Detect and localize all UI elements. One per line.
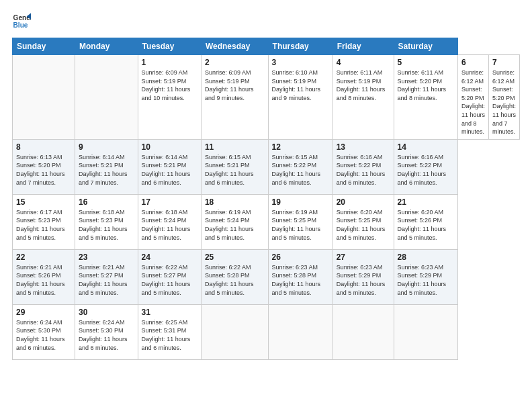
day-number: 19 <box>272 197 329 207</box>
day-number: 20 <box>337 197 390 207</box>
calendar-cell: 24Sunrise: 6:22 AMSunset: 5:27 PMDayligh… <box>138 249 201 304</box>
day-info: Sunrise: 6:22 AMSunset: 5:28 PMDaylight:… <box>205 263 265 297</box>
day-number: 21 <box>398 197 454 207</box>
day-info: Sunrise: 6:10 AMSunset: 5:19 PMDaylight:… <box>272 68 329 102</box>
day-info: Sunrise: 6:11 AMSunset: 5:19 PMDaylight:… <box>337 68 390 102</box>
day-number: 27 <box>337 253 390 262</box>
header: General Blue <box>12 12 520 31</box>
calendar-week-3: 22Sunrise: 6:21 AMSunset: 5:26 PMDayligh… <box>13 249 520 304</box>
day-number: 2 <box>205 58 265 67</box>
col-header-tuesday: Tuesday <box>138 38 201 55</box>
day-number: 3 <box>272 58 329 67</box>
col-header-friday: Friday <box>332 38 394 55</box>
calendar-cell: 29Sunrise: 6:24 AMSunset: 5:30 PMDayligh… <box>13 304 75 359</box>
calendar-cell <box>75 55 138 140</box>
calendar-cell: 2Sunrise: 6:09 AMSunset: 5:19 PMDaylight… <box>201 55 268 140</box>
calendar-cell: 8Sunrise: 6:13 AMSunset: 5:20 PMDaylight… <box>13 139 75 194</box>
day-number: 4 <box>337 58 390 67</box>
day-number: 29 <box>16 308 71 317</box>
day-number: 28 <box>398 253 454 262</box>
calendar-cell <box>201 304 268 359</box>
col-header-monday: Monday <box>75 38 138 55</box>
day-info: Sunrise: 6:14 AMSunset: 5:21 PMDaylight:… <box>79 153 134 187</box>
calendar-body: 1Sunrise: 6:09 AMSunset: 5:19 PMDaylight… <box>13 55 520 360</box>
day-info: Sunrise: 6:21 AMSunset: 5:26 PMDaylight:… <box>16 263 71 297</box>
svg-text:Blue: Blue <box>13 21 28 29</box>
calendar-cell: 18Sunrise: 6:19 AMSunset: 5:24 PMDayligh… <box>201 194 268 249</box>
day-number: 22 <box>16 253 71 262</box>
day-info: Sunrise: 6:14 AMSunset: 5:21 PMDaylight:… <box>142 153 197 187</box>
day-info: Sunrise: 6:15 AMSunset: 5:22 PMDaylight:… <box>272 153 329 187</box>
logo-icon: General Blue <box>12 12 31 31</box>
day-info: Sunrise: 6:24 AMSunset: 5:30 PMDaylight:… <box>16 318 71 352</box>
calendar-cell: 23Sunrise: 6:21 AMSunset: 5:27 PMDayligh… <box>75 249 138 304</box>
day-info: Sunrise: 6:24 AMSunset: 5:30 PMDaylight:… <box>79 318 134 352</box>
col-header-thursday: Thursday <box>268 38 332 55</box>
day-number: 5 <box>398 58 454 67</box>
day-info: Sunrise: 6:23 AMSunset: 5:29 PMDaylight:… <box>398 263 454 297</box>
calendar-cell: 13Sunrise: 6:16 AMSunset: 5:22 PMDayligh… <box>332 139 394 194</box>
day-info: Sunrise: 6:13 AMSunset: 5:20 PMDaylight:… <box>16 153 71 187</box>
calendar-cell: 14Sunrise: 6:16 AMSunset: 5:22 PMDayligh… <box>394 139 457 194</box>
calendar-cell: 28Sunrise: 6:23 AMSunset: 5:29 PMDayligh… <box>394 249 457 304</box>
day-number: 14 <box>398 142 454 152</box>
calendar-cell: 10Sunrise: 6:14 AMSunset: 5:21 PMDayligh… <box>138 139 201 194</box>
day-info: Sunrise: 6:18 AMSunset: 5:24 PMDaylight:… <box>142 208 197 242</box>
calendar-cell: 22Sunrise: 6:21 AMSunset: 5:26 PMDayligh… <box>13 249 75 304</box>
day-number: 17 <box>142 197 197 207</box>
day-info: Sunrise: 6:22 AMSunset: 5:27 PMDaylight:… <box>142 263 197 297</box>
calendar-week-0: 1Sunrise: 6:09 AMSunset: 5:19 PMDaylight… <box>13 55 520 140</box>
calendar-cell <box>13 55 75 140</box>
logo: General Blue <box>12 12 31 31</box>
day-info: Sunrise: 6:18 AMSunset: 5:23 PMDaylight:… <box>79 208 134 242</box>
calendar-cell: 25Sunrise: 6:22 AMSunset: 5:28 PMDayligh… <box>201 249 268 304</box>
day-number: 9 <box>79 142 134 152</box>
calendar-cell <box>332 304 394 359</box>
day-number: 23 <box>79 253 134 262</box>
calendar-cell: 19Sunrise: 6:19 AMSunset: 5:25 PMDayligh… <box>268 194 332 249</box>
day-number: 31 <box>142 308 197 317</box>
calendar-cell: 5Sunrise: 6:11 AMSunset: 5:20 PMDaylight… <box>394 55 457 140</box>
calendar-cell <box>394 304 457 359</box>
calendar-cell: 1Sunrise: 6:09 AMSunset: 5:19 PMDaylight… <box>138 55 201 140</box>
day-info: Sunrise: 6:25 AMSunset: 5:31 PMDaylight:… <box>142 318 197 352</box>
calendar-cell: 11Sunrise: 6:15 AMSunset: 5:21 PMDayligh… <box>201 139 268 194</box>
calendar-header-row: SundayMondayTuesdayWednesdayThursdayFrid… <box>13 38 520 55</box>
day-info: Sunrise: 6:12 AMSunset: 5:20 PMDaylight:… <box>461 68 485 136</box>
day-info: Sunrise: 6:09 AMSunset: 5:19 PMDaylight:… <box>142 68 197 102</box>
day-info: Sunrise: 6:20 AMSunset: 5:25 PMDaylight:… <box>337 208 390 242</box>
day-number: 30 <box>79 308 134 317</box>
calendar-cell: 20Sunrise: 6:20 AMSunset: 5:25 PMDayligh… <box>332 194 394 249</box>
calendar-week-1: 8Sunrise: 6:13 AMSunset: 5:20 PMDaylight… <box>13 139 520 194</box>
col-header-wednesday: Wednesday <box>201 38 268 55</box>
page: General Blue SundayMondayTuesdayWednesda… <box>0 0 532 411</box>
day-info: Sunrise: 6:11 AMSunset: 5:20 PMDaylight:… <box>398 68 454 102</box>
day-number: 18 <box>205 197 265 207</box>
col-header-saturday: Saturday <box>394 38 457 55</box>
day-info: Sunrise: 6:23 AMSunset: 5:29 PMDaylight:… <box>337 263 390 297</box>
day-number: 15 <box>16 197 71 207</box>
calendar-cell: 12Sunrise: 6:15 AMSunset: 5:22 PMDayligh… <box>268 139 332 194</box>
calendar-cell: 21Sunrise: 6:20 AMSunset: 5:26 PMDayligh… <box>394 194 457 249</box>
day-info: Sunrise: 6:16 AMSunset: 5:22 PMDaylight:… <box>337 153 390 187</box>
day-number: 11 <box>205 142 265 152</box>
day-info: Sunrise: 6:23 AMSunset: 5:28 PMDaylight:… <box>272 263 329 297</box>
day-info: Sunrise: 6:21 AMSunset: 5:27 PMDaylight:… <box>79 263 134 297</box>
day-number: 13 <box>337 142 390 152</box>
calendar-week-4: 29Sunrise: 6:24 AMSunset: 5:30 PMDayligh… <box>13 304 520 359</box>
day-info: Sunrise: 6:19 AMSunset: 5:24 PMDaylight:… <box>205 208 265 242</box>
day-number: 24 <box>142 253 197 262</box>
calendar-cell: 6Sunrise: 6:12 AMSunset: 5:20 PMDaylight… <box>457 55 488 140</box>
day-number: 8 <box>16 142 71 152</box>
calendar-cell: 27Sunrise: 6:23 AMSunset: 5:29 PMDayligh… <box>332 249 394 304</box>
day-number: 26 <box>272 253 329 262</box>
day-info: Sunrise: 6:19 AMSunset: 5:25 PMDaylight:… <box>272 208 329 242</box>
calendar-cell <box>268 304 332 359</box>
calendar-week-2: 15Sunrise: 6:17 AMSunset: 5:23 PMDayligh… <box>13 194 520 249</box>
calendar-cell: 16Sunrise: 6:18 AMSunset: 5:23 PMDayligh… <box>75 194 138 249</box>
day-number: 25 <box>205 253 265 262</box>
calendar-cell: 17Sunrise: 6:18 AMSunset: 5:24 PMDayligh… <box>138 194 201 249</box>
day-number: 12 <box>272 142 329 152</box>
day-info: Sunrise: 6:15 AMSunset: 5:21 PMDaylight:… <box>205 153 265 187</box>
calendar-cell: 26Sunrise: 6:23 AMSunset: 5:28 PMDayligh… <box>268 249 332 304</box>
